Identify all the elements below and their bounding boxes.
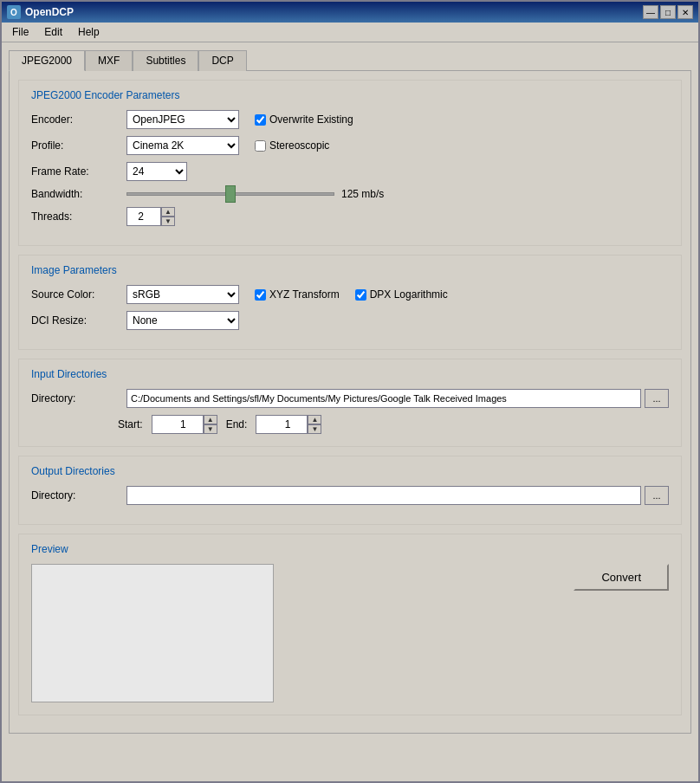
convert-button[interactable]: Convert [574,564,669,591]
image-params-title: Image Parameters [31,264,669,276]
input-directory-row: Directory: ... [31,389,669,408]
encoder-label: Encoder: [31,113,126,126]
bandwidth-control: 125 mb/s [126,188,384,200]
output-browse-button[interactable]: ... [645,486,669,505]
stereoscopic-checkbox[interactable] [255,140,266,152]
threads-label: Threads: [31,210,126,223]
threads-control: ▲ ▼ [126,207,175,226]
threads-up-button[interactable]: ▲ [161,207,175,217]
input-directories-title: Input Directories [31,368,669,380]
tab-mxf[interactable]: MXF [85,50,133,71]
threads-down-button[interactable]: ▼ [161,217,175,226]
encoder-params-section: JPEG2000 Encoder Parameters Encoder: Ope… [18,80,682,246]
app-icon: O [7,5,21,19]
image-params-section: Image Parameters Source Color: sRGB Adob… [18,255,682,350]
bandwidth-slider[interactable] [126,192,334,196]
convert-area: Convert [282,564,669,591]
end-label: End: [226,418,248,430]
close-button[interactable]: ✕ [677,5,693,19]
start-spinbox: ▲ ▼ [152,415,217,434]
overwrite-checkbox[interactable] [255,114,266,126]
threads-spinbox-buttons: ▲ ▼ [161,207,175,226]
profile-label: Profile: [31,139,126,152]
stereoscopic-label: Stereoscopic [269,139,329,152]
start-up-button[interactable]: ▲ [204,415,217,424]
output-directories-title: Output Directories [31,465,669,477]
tab-subtitles[interactable]: Subtitles [133,50,198,71]
bandwidth-row: Bandwidth: 125 mb/s [31,188,669,200]
menu-help[interactable]: Help [71,24,107,40]
dpx-logarithmic-checkbox[interactable] [355,289,366,301]
start-down-button[interactable]: ▼ [204,424,217,434]
start-spinbox-buttons: ▲ ▼ [204,415,217,434]
threads-input[interactable] [126,207,161,226]
output-directory-control: ... [126,486,669,505]
dci-resize-label: DCI Resize: [31,314,126,327]
dci-resize-select[interactable]: None 2048x1080 4096x2160 [126,311,239,330]
window-title: OpenDCP [25,6,74,18]
title-bar-left: O OpenDCP [7,5,74,19]
tab-jpeg2000[interactable]: JPEG2000 [9,50,85,71]
overwrite-group: Overwrite Existing [255,113,353,126]
frame-rate-select[interactable]: 24 25 48 [126,162,187,181]
end-input[interactable] [256,415,308,434]
menu-edit[interactable]: Edit [37,24,69,40]
input-directory-label: Directory: [31,392,126,404]
frame-rate-control: 24 25 48 [126,162,187,181]
source-color-label: Source Color: [31,288,126,301]
overwrite-label: Overwrite Existing [269,113,353,126]
bandwidth-label: Bandwidth: [31,188,126,200]
title-bar: O OpenDCP — □ ✕ [2,2,698,23]
encoder-select[interactable]: OpenJPEG Kakadu [126,110,239,129]
end-spinbox-buttons: ▲ ▼ [308,415,321,434]
xyz-transform-group: XYZ Transform [255,288,340,301]
end-up-button[interactable]: ▲ [308,415,321,424]
end-spinbox: ▲ ▼ [256,415,321,434]
start-label: Start: [118,418,143,430]
main-window: O OpenDCP — □ ✕ File Edit Help JPEG2000 … [0,0,700,783]
end-down-button[interactable]: ▼ [308,424,321,434]
profile-row: Profile: Cinema 2K Cinema 4K Interop 2K … [31,136,669,155]
tab-content: JPEG2000 Encoder Parameters Encoder: Ope… [9,70,691,734]
output-directory-row: Directory: ... [31,486,669,505]
profile-control: Cinema 2K Cinema 4K Interop 2K Stereosco… [126,136,329,155]
preview-title: Preview [31,543,669,555]
xyz-transform-checkbox[interactable] [255,289,266,301]
source-color-control: sRGB AdobeRGB P3 XYZ Transform DPX Logar… [126,285,448,304]
input-browse-button[interactable]: ... [645,389,669,408]
bandwidth-value: 125 mb/s [341,188,384,200]
input-directory-field[interactable] [126,389,641,408]
start-end-row: Start: ▲ ▼ End: ▲ ▼ [31,415,669,434]
threads-row: Threads: ▲ ▼ [31,207,669,226]
stereoscopic-group: Stereoscopic [255,139,329,152]
content-area: JPEG2000 MXF Subtitles DCP JPEG2000 Enco… [2,42,698,781]
source-color-select[interactable]: sRGB AdobeRGB P3 [126,285,239,304]
encoder-row: Encoder: OpenJPEG Kakadu Overwrite Exist… [31,110,669,129]
tab-bar: JPEG2000 MXF Subtitles DCP [9,49,691,70]
menu-bar: File Edit Help [2,23,698,42]
start-input[interactable] [152,415,204,434]
encoder-control: OpenJPEG Kakadu Overwrite Existing [126,110,353,129]
output-directories-section: Output Directories Directory: ... [18,456,682,525]
encoder-params-title: JPEG2000 Encoder Parameters [31,89,669,101]
input-directory-control: ... [126,389,669,408]
dci-resize-control: None 2048x1080 4096x2160 [126,311,239,330]
threads-spinbox: ▲ ▼ [126,207,175,226]
profile-select[interactable]: Cinema 2K Cinema 4K Interop 2K [126,136,239,155]
frame-rate-row: Frame Rate: 24 25 48 [31,162,669,181]
input-directories-section: Input Directories Directory: ... Start: … [18,359,682,447]
output-directory-field[interactable] [126,486,641,505]
source-color-row: Source Color: sRGB AdobeRGB P3 XYZ Trans… [31,285,669,304]
dpx-logarithmic-label: DPX Logarithmic [370,288,448,301]
menu-file[interactable]: File [5,24,36,40]
preview-content: Convert [31,564,669,702]
preview-box [31,564,274,702]
tab-dcp[interactable]: DCP [198,50,246,71]
dci-resize-row: DCI Resize: None 2048x1080 4096x2160 [31,311,669,330]
output-directory-label: Directory: [31,489,126,502]
title-bar-buttons: — □ ✕ [643,5,693,19]
frame-rate-label: Frame Rate: [31,165,126,178]
minimize-button[interactable]: — [643,5,658,19]
xyz-transform-label: XYZ Transform [269,288,340,301]
maximize-button[interactable]: □ [660,5,676,19]
